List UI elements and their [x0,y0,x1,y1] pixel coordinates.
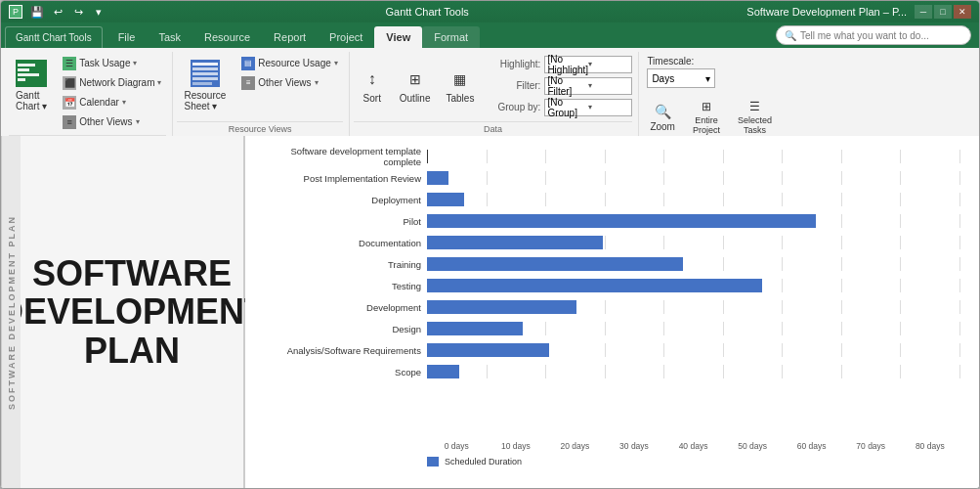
other-views-task-button[interactable]: ≡ Other Views ▾ [58,112,166,131]
chart-row: Analysis/Software Requirements [265,339,959,361]
timescale-select[interactable]: Days ▾ [647,68,715,88]
svg-rect-4 [18,78,25,81]
resource-usage-label: Resource Usage [258,58,330,68]
data-top-row: ↕ Sort ⊞ Outline ▦ Tables Highlight: [354,55,633,117]
highlight-arrow: ▾ [588,60,629,68]
outline-button[interactable]: ⊞ Outline [393,62,438,111]
axis-label: 60 days [782,441,841,451]
bar-area [427,257,959,271]
entire-project-label: EntireProject [693,115,720,135]
tab-file[interactable]: File [107,26,148,48]
data-group: ↕ Sort ⊞ Outline ▦ Tables Highlight: [350,52,640,136]
undo-button[interactable]: ↩ [49,3,66,21]
filter-select[interactable]: [No Filter] ▾ [544,77,632,95]
resource-sheet-button[interactable]: ResourceSheet ▾ [177,54,233,116]
resource-usage-arrow: ▾ [334,59,338,67]
title-bar: P 💾 ↩ ↪ ▾ Gantt Chart Tools Software Dev… [1,1,979,22]
chart-row: Scope [265,361,959,382]
save-button[interactable]: 💾 [28,3,46,21]
task-views-group: GanttChart ▾ ☰ Task Usage ▾ ⬛ Network Di… [5,52,173,136]
selected-tasks-button[interactable]: ☰ SelectedTasks [731,98,779,137]
tables-label: Tables [446,93,474,104]
tab-format[interactable]: Format [422,26,480,48]
zoom-icon: 🔍 [653,103,672,119]
other-views-resource-button[interactable]: ≡ Other Views ▾ [236,73,342,92]
network-diagram-button[interactable]: ⬛ Network Diagram ▾ [58,73,166,92]
sort-icon: ↕ [361,67,384,91]
zoom-label: Zoom [650,121,675,132]
ribbon-content: GanttChart ▾ ☰ Task Usage ▾ ⬛ Network Di… [1,48,979,136]
bar [427,214,816,228]
zoom-button[interactable]: 🔍 Zoom [643,98,682,137]
bar [427,279,762,292]
bar-area [427,193,959,206]
svg-rect-7 [192,67,218,70]
bar [427,236,603,249]
gantt-chart-label: GanttChart ▾ [16,90,47,111]
bar-label: Post Implementation Review [265,173,421,184]
bar [427,300,576,314]
chart-row: Design [265,318,959,339]
chart-row: Post Implementation Review [265,167,959,189]
chart-row: Documentation [265,232,959,253]
maximize-button[interactable]: □ [934,5,952,19]
bar-area [427,300,959,314]
gantt-chart-button[interactable]: GanttChart ▾ [9,54,54,116]
highlight-select[interactable]: [No Highlight] ▾ [544,56,632,73]
tab-resource[interactable]: Resource [192,26,262,48]
bar-label: Software development template complete [265,146,421,167]
bar [427,171,448,185]
axis-label: 80 days [901,441,960,451]
chart-container: Software development template completePo… [265,146,959,478]
task-usage-icon: ☰ [63,57,76,70]
tab-view[interactable]: View [374,26,422,48]
sort-label: Sort [363,93,381,104]
selected-tasks-icon: ☰ [745,100,764,113]
group-select[interactable]: [No Group] ▾ [544,99,632,116]
chart-panel: Software development template completePo… [245,136,979,488]
highlight-value: [No Highlight] [547,54,588,75]
legend-color-box [427,457,439,467]
calendar-button[interactable]: 📅 Calendar ▾ [58,93,166,111]
svg-rect-10 [192,82,212,85]
qat-dropdown-button[interactable]: ▾ [90,3,107,21]
tables-icon: ▦ [448,67,472,91]
legend-label: Scheduled Duration [445,457,522,467]
bar-label: Pilot [265,216,421,227]
entire-project-button[interactable]: ⊞ EntireProject [686,98,727,137]
bar-area [427,214,959,228]
network-diagram-icon: ⬛ [63,76,76,90]
other-views-task-arrow: ▾ [136,117,140,126]
timescale-value: Days [652,73,674,84]
other-views-task-icon: ≡ [63,115,76,129]
resource-views-content: ResourceSheet ▾ ▤ Resource Usage ▾ ≡ Oth… [177,52,342,119]
resource-sheet-label: ResourceSheet ▾ [184,90,226,111]
redo-button[interactable]: ↪ [69,3,87,21]
axis-label: 40 days [663,441,723,451]
other-views-task-label: Other Views [79,116,132,127]
tab-project[interactable]: Project [318,26,374,48]
filter-value: [No Filter] [547,75,588,97]
tell-me-input[interactable]: 🔍 Tell me what you want to do... [776,25,971,45]
task-usage-button[interactable]: ☰ Task Usage ▾ [58,54,166,72]
ribbon-tabs-area: Gantt Chart Tools File Task Resource Rep… [1,22,979,48]
main-content: SOFTWARE DEVELOPMENT PLAN SOFTWAREDEVELO… [1,136,979,488]
filter-row: Filter: [No Filter] ▾ [487,76,632,96]
minimize-button[interactable]: ─ [915,5,932,19]
close-button[interactable]: ✕ [954,5,971,19]
svg-rect-1 [18,64,35,67]
bar-label: Development [265,302,421,313]
filter-arrow: ▾ [588,81,629,90]
tab-task[interactable]: Task [147,26,192,48]
tables-button[interactable]: ▦ Tables [439,62,481,111]
outline-label: Outline [400,93,431,104]
highlight-row: Highlight: [No Highlight] ▾ [487,55,632,74]
sort-button[interactable]: ↕ Sort [354,62,391,111]
tab-report[interactable]: Report [262,26,318,48]
axis-label: 50 days [723,441,783,451]
bar [427,257,683,271]
app-icon: P [9,5,22,19]
resource-usage-button[interactable]: ▤ Resource Usage ▾ [236,54,342,72]
bar-area [427,343,959,357]
bar-label: Design [265,324,421,334]
